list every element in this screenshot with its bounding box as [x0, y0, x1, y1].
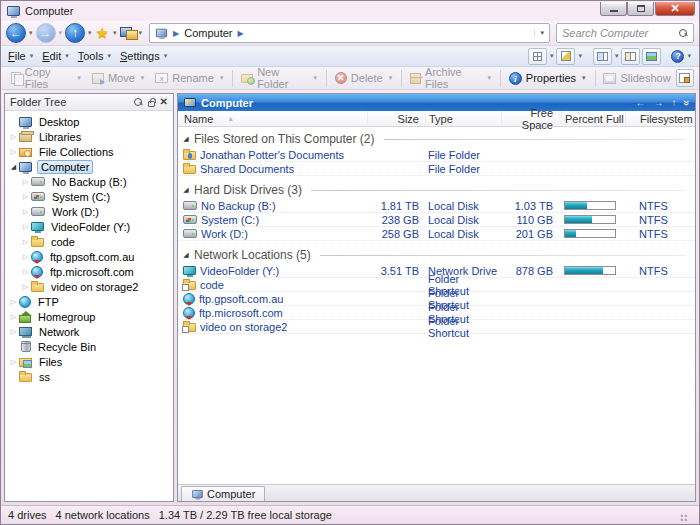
tree-item-ftp-microsoft[interactable]: ftp.microsoft.com	[5, 264, 173, 279]
tree-item-work[interactable]: Work (D:)	[5, 204, 173, 219]
forward-button[interactable]: →	[36, 23, 56, 43]
viewer-pane-button[interactable]	[642, 48, 661, 65]
search-icon[interactable]	[679, 29, 688, 38]
tree-item-ss[interactable]: ss	[5, 369, 173, 384]
search-box[interactable]	[556, 23, 694, 43]
expander-icon[interactable]	[20, 208, 31, 216]
copy-files-button[interactable]: Copy Files▾	[6, 64, 87, 92]
expander-icon[interactable]	[20, 283, 31, 291]
tree-search-icon[interactable]	[134, 98, 143, 107]
expander-icon[interactable]	[20, 223, 31, 231]
expander-icon[interactable]	[8, 148, 19, 156]
favorites-icon[interactable]: ★	[95, 24, 110, 42]
expander-icon[interactable]	[8, 163, 19, 171]
menu-edit[interactable]: Edit▾	[42, 50, 69, 62]
expander-icon[interactable]	[8, 328, 19, 336]
collapse-icon[interactable]: ◢	[178, 186, 194, 194]
file-row[interactable]: System (C:) 238 GB Local Disk 110 GB NTF…	[178, 213, 695, 227]
help-button[interactable]: ?	[671, 50, 684, 63]
tree-item-code[interactable]: code	[5, 234, 173, 249]
resize-grip[interactable]	[679, 513, 688, 522]
menu-tools[interactable]: Tools▾	[78, 50, 112, 62]
tree-item-no-backup[interactable]: No Backup (B:)	[5, 174, 173, 189]
properties-button[interactable]: i Properties▾	[504, 70, 592, 87]
delete-button[interactable]: ✕ Delete▾	[330, 70, 398, 86]
layout-dropdown[interactable]: ▾	[138, 29, 144, 37]
tree-item-recycle-bin[interactable]: Recycle Bin	[5, 339, 173, 354]
tree-item-system[interactable]: System (C:)	[5, 189, 173, 204]
file-row[interactable]: Work (D:) 258 GB Local Disk 201 GB NTFS	[178, 227, 695, 241]
tree-item-files[interactable]: Files	[5, 354, 173, 369]
tab-computer[interactable]: Computer	[181, 486, 265, 501]
pane-forward-icon[interactable]: →	[653, 97, 663, 108]
expander-icon[interactable]	[20, 268, 31, 276]
expander-icon[interactable]	[8, 133, 19, 141]
move-button[interactable]: Move▾	[87, 70, 150, 86]
close-button[interactable]: ✕	[655, 2, 695, 16]
tree-item-videofolder[interactable]: VideoFolder (Y:)	[5, 219, 173, 234]
back-dropdown[interactable]: ▾	[28, 29, 34, 37]
expander-icon[interactable]	[8, 358, 19, 366]
up-button[interactable]: ↑	[65, 23, 85, 43]
expander-icon[interactable]	[20, 238, 31, 246]
archive-files-button[interactable]: Archive Files▾	[405, 64, 497, 92]
column-header-free-space[interactable]: Free Space	[501, 111, 561, 126]
dual-pane-dropdown[interactable]: ▾	[614, 52, 620, 60]
file-row[interactable]: Shared Documents File Folder	[178, 162, 695, 176]
search-input[interactable]	[562, 27, 679, 39]
dual-pane-button[interactable]	[593, 48, 612, 65]
expander-icon[interactable]	[8, 313, 19, 321]
forward-dropdown[interactable]: ▾	[58, 29, 64, 37]
folder-tree-toggle-button[interactable]	[621, 48, 640, 65]
new-folder-button[interactable]: New Folder▾	[236, 64, 323, 92]
layout-icon[interactable]	[120, 27, 136, 39]
expander-icon[interactable]	[8, 298, 19, 306]
tree-lock-icon[interactable]	[148, 101, 155, 107]
tree-item-ftp[interactable]: FTP	[5, 294, 173, 309]
back-button[interactable]: ←	[6, 23, 26, 43]
pane-up-icon[interactable]: ↑	[671, 97, 676, 108]
menu-settings[interactable]: Settings▾	[120, 50, 168, 62]
file-row[interactable]: No Backup (B:) 1.81 TB Local Disk 1.03 T…	[178, 199, 695, 213]
tree-item-video-on-storage2[interactable]: video on storage2	[5, 279, 173, 294]
breadcrumb-item[interactable]: Computer	[184, 27, 232, 39]
collapse-icon[interactable]: ◢	[178, 251, 194, 259]
pane-back-icon[interactable]: ←	[635, 97, 645, 108]
menu-file[interactable]: File▾	[8, 50, 34, 62]
tree-item-network[interactable]: Network	[5, 324, 173, 339]
view-mode-dropdown[interactable]: ▾	[549, 52, 555, 60]
help-dropdown[interactable]: ▾	[686, 52, 692, 60]
view-mode-button[interactable]	[528, 48, 547, 65]
tree-item-ftp-gpsoft[interactable]: ftp.gpsoft.com.au	[5, 249, 173, 264]
favorites-dropdown[interactable]: ▾	[112, 29, 118, 37]
minimize-button[interactable]	[600, 2, 627, 16]
expander-icon[interactable]	[20, 253, 31, 261]
slideshow-button[interactable]: Slideshow	[598, 70, 675, 86]
tree-item-desktop[interactable]: Desktop	[5, 114, 173, 129]
tree-close-icon[interactable]: ✕	[160, 97, 168, 107]
tree-item-computer[interactable]: Computer	[5, 159, 173, 174]
customize-toolbar-button[interactable]	[676, 69, 694, 87]
file-row[interactable]: video on storage2 Folder Shortcut	[178, 320, 695, 334]
maximize-button[interactable]	[627, 2, 654, 16]
group-header[interactable]: ◢ Network Locations (5)	[178, 246, 695, 264]
expander-icon[interactable]	[20, 178, 31, 186]
expander-icon[interactable]	[20, 193, 31, 201]
edit-mode-dropdown[interactable]: ▾	[577, 52, 583, 60]
breadcrumb[interactable]: ▶ Computer ▶ ▾	[149, 23, 550, 43]
tree-item-homegroup[interactable]: Homegroup	[5, 309, 173, 324]
group-header[interactable]: ◢ Files Stored on This Computer (2)	[178, 130, 695, 148]
column-header-filesystem[interactable]: Filesystem	[625, 111, 695, 126]
tree-item-file-collections[interactable]: File Collections	[5, 144, 173, 159]
collapse-icon[interactable]: ◢	[178, 135, 194, 143]
file-row[interactable]: Jonathan Potter's Documents File Folder	[178, 148, 695, 162]
column-header-percent-full[interactable]: Percent Full	[561, 111, 625, 126]
column-header-size[interactable]: Size	[367, 111, 425, 126]
pane-menu-icon[interactable]: »	[681, 100, 692, 105]
up-dropdown[interactable]: ▾	[87, 29, 93, 37]
column-header-name[interactable]: Name ▲	[178, 111, 367, 126]
tree-item-libraries[interactable]: Libraries	[5, 129, 173, 144]
group-header[interactable]: ◢ Hard Disk Drives (3)	[178, 181, 695, 199]
column-header-type[interactable]: Type	[425, 111, 501, 126]
rename-button[interactable]: x Rename▾	[150, 70, 229, 86]
